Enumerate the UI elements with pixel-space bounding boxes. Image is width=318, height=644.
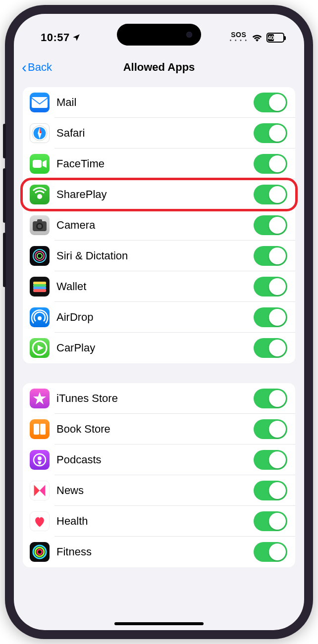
app-label: Safari (56, 127, 254, 140)
news-icon (30, 481, 50, 500)
itunes-icon (30, 389, 50, 408)
toggle-health[interactable] (254, 511, 287, 531)
toggle-books[interactable] (254, 419, 287, 439)
app-label: CarPlay (56, 342, 254, 354)
toggle-mail[interactable] (254, 93, 287, 112)
toggle-siri[interactable] (254, 246, 287, 266)
wallet-icon (30, 277, 50, 297)
chevron-left-icon: ‹ (22, 60, 27, 75)
toggle-airdrop[interactable] (254, 307, 287, 327)
home-indicator[interactable] (114, 622, 204, 625)
row-health: Health (23, 506, 295, 537)
siri-icon (30, 246, 50, 266)
toggle-facetime[interactable] (254, 154, 287, 174)
toggle-carplay[interactable] (254, 338, 287, 358)
app-label: iTunes Store (56, 392, 254, 405)
wifi-icon (252, 34, 263, 42)
app-label: Siri & Dictation (56, 249, 254, 262)
screen: 10:57 SOS • • • • 40 ‹ (14, 14, 304, 630)
airdrop-icon (30, 307, 50, 327)
toggle-itunes[interactable] (254, 389, 287, 408)
row-books: Book Store (23, 414, 295, 445)
toggle-wallet[interactable] (254, 277, 287, 297)
nav-bar: ‹ Back Allowed Apps (14, 52, 304, 82)
health-icon (30, 511, 50, 531)
row-airdrop: AirDrop (23, 302, 295, 333)
facetime-icon (30, 154, 50, 174)
app-label: Mail (56, 96, 254, 109)
row-podcasts: Podcasts (23, 445, 295, 475)
podcasts-icon (30, 450, 50, 470)
app-label: Health (56, 515, 254, 528)
toggle-news[interactable] (254, 481, 287, 500)
page-title: Allowed Apps (14, 61, 304, 74)
battery-level: 40 (268, 34, 274, 41)
row-siri: Siri & Dictation (23, 241, 295, 271)
back-label: Back (28, 61, 52, 74)
row-itunes: iTunes Store (23, 383, 295, 414)
content-scroll[interactable]: MailSafariFaceTimeSharePlayCameraSiri & … (14, 82, 304, 630)
app-label: Camera (56, 219, 254, 232)
toggle-podcasts[interactable] (254, 450, 287, 470)
row-mail: Mail (23, 87, 295, 118)
row-fitness: Fitness (23, 537, 295, 567)
row-shareplay: SharePlay (20, 178, 298, 211)
status-time: 10:57 (41, 31, 70, 44)
row-camera: Camera (23, 210, 295, 241)
app-label: Book Store (56, 423, 254, 436)
camera-icon (30, 215, 50, 235)
app-group-2: iTunes StoreBook StorePodcastsNewsHealth… (23, 383, 295, 567)
app-label: Podcasts (56, 453, 254, 466)
dynamic-island (117, 24, 201, 46)
toggle-safari[interactable] (254, 123, 287, 143)
app-label: FaceTime (56, 157, 254, 170)
safari-icon (30, 123, 50, 143)
row-news: News (23, 475, 295, 506)
row-wallet: Wallet (23, 271, 295, 302)
fitness-icon (30, 542, 50, 562)
battery-icon: 40 (266, 33, 284, 43)
shareplay-icon (30, 185, 50, 204)
app-group-1: MailSafariFaceTimeSharePlayCameraSiri & … (23, 87, 295, 363)
app-label: News (56, 484, 254, 497)
app-label: SharePlay (56, 188, 254, 201)
sos-indicator: SOS • • • • (230, 32, 248, 43)
row-safari: Safari (23, 118, 295, 149)
mail-icon (30, 93, 50, 112)
toggle-shareplay[interactable] (254, 185, 287, 204)
toggle-fitness[interactable] (254, 542, 287, 562)
books-icon (30, 419, 50, 439)
back-button[interactable]: ‹ Back (19, 60, 52, 75)
phone-frame: 10:57 SOS • • • • 40 ‹ (5, 5, 313, 639)
toggle-camera[interactable] (254, 215, 287, 235)
location-icon (72, 33, 81, 42)
row-carplay: CarPlay (23, 333, 295, 363)
volume-button (3, 233, 6, 287)
app-label: Wallet (56, 280, 254, 293)
app-label: AirDrop (56, 311, 254, 324)
row-facetime: FaceTime (23, 149, 295, 179)
app-label: Fitness (56, 545, 254, 558)
carplay-icon (30, 338, 50, 358)
